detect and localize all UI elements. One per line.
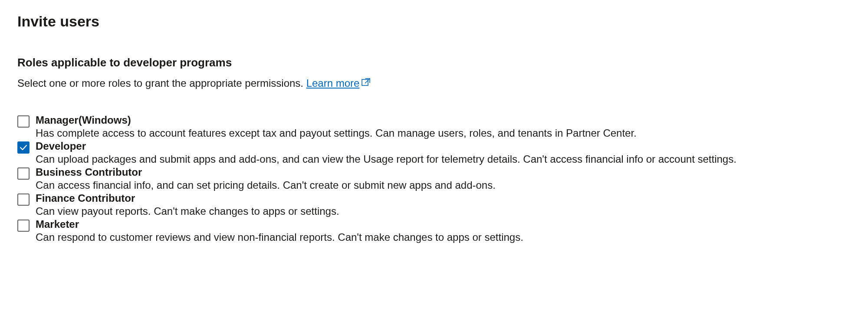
- role-row-finance-contributor: Finance Contributor Can view payout repo…: [17, 192, 851, 218]
- checkbox-wrapper: [17, 115, 30, 128]
- page-title: Invite users: [17, 13, 851, 30]
- svg-rect-0: [362, 79, 368, 85]
- role-description: Can upload packages and submit apps and …: [36, 153, 851, 166]
- checkbox-wrapper: [17, 167, 30, 180]
- role-checkbox-manager-windows[interactable]: [17, 115, 30, 128]
- roles-list: Manager(Windows) Has complete access to …: [17, 114, 851, 244]
- role-text: Manager(Windows) Has complete access to …: [36, 114, 851, 140]
- role-checkbox-business-contributor[interactable]: [17, 167, 30, 180]
- role-row-developer: Developer Can upload packages and submit…: [17, 140, 851, 166]
- role-text: Business Contributor Can access financia…: [36, 166, 851, 192]
- role-text: Finance Contributor Can view payout repo…: [36, 192, 851, 218]
- section-description-text: Select one or more roles to grant the ap…: [17, 77, 306, 89]
- role-description: Has complete access to account features …: [36, 127, 851, 140]
- role-description: Can view payout reports. Can't make chan…: [36, 205, 851, 218]
- role-label: Manager(Windows): [36, 114, 851, 127]
- role-label: Finance Contributor: [36, 192, 851, 205]
- role-description: Can access financial info, and can set p…: [36, 179, 851, 192]
- learn-more-text: Learn more: [306, 77, 360, 89]
- external-link-icon: [361, 78, 371, 90]
- check-icon: [19, 143, 28, 152]
- role-checkbox-finance-contributor[interactable]: [17, 194, 30, 206]
- role-label: Marketer: [36, 218, 851, 231]
- checkbox-wrapper: [17, 141, 30, 154]
- role-text: Developer Can upload packages and submit…: [36, 140, 851, 166]
- role-row-business-contributor: Business Contributor Can access financia…: [17, 166, 851, 192]
- section-description: Select one or more roles to grant the ap…: [17, 77, 851, 90]
- role-row-manager-windows: Manager(Windows) Has complete access to …: [17, 114, 851, 140]
- role-label: Business Contributor: [36, 166, 851, 179]
- checkbox-wrapper: [17, 220, 30, 232]
- role-checkbox-marketer[interactable]: [17, 220, 30, 232]
- role-row-marketer: Marketer Can respond to customer reviews…: [17, 218, 851, 244]
- checkbox-wrapper: [17, 194, 30, 206]
- section-heading: Roles applicable to developer programs: [17, 56, 851, 69]
- role-text: Marketer Can respond to customer reviews…: [36, 218, 851, 244]
- learn-more-link[interactable]: Learn more: [306, 77, 371, 89]
- role-checkbox-developer[interactable]: [17, 141, 30, 154]
- role-label: Developer: [36, 140, 851, 153]
- role-description: Can respond to customer reviews and view…: [36, 231, 851, 244]
